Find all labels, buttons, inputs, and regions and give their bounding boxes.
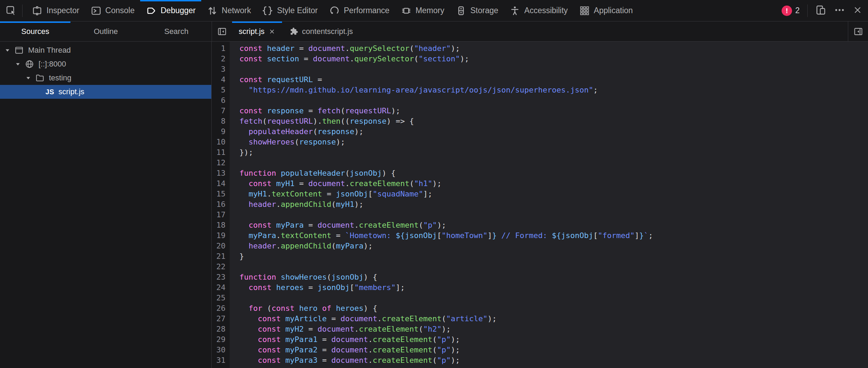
line-number[interactable]: 13 <box>212 168 225 178</box>
code-line[interactable]: myPara.textContent = `Hometown: ${jsonOb… <box>239 230 868 241</box>
line-number[interactable]: 1 <box>212 43 225 54</box>
line-number[interactable]: 30 <box>212 345 225 355</box>
twisty-expanded-icon[interactable] <box>26 76 31 81</box>
twisty-expanded-icon[interactable] <box>15 62 21 67</box>
tree-item-main-thread[interactable]: Main Thread <box>0 43 211 57</box>
line-number[interactable]: 26 <box>212 303 225 314</box>
tab-memory[interactable]: Memory <box>395 0 450 21</box>
line-number[interactable]: 14 <box>212 178 225 189</box>
pick-element-button[interactable] <box>0 0 22 21</box>
code-line[interactable]: "https://mdn.github.io/learning-area/jav… <box>239 85 868 95</box>
code-line[interactable]: const header = document.querySelector("h… <box>239 43 868 54</box>
code-line[interactable]: showHeroes(response); <box>239 137 868 147</box>
line-number[interactable]: 22 <box>212 262 225 272</box>
panel-tab-sources[interactable]: Sources <box>0 21 70 41</box>
code-line[interactable] <box>239 158 868 168</box>
responsive-design-button[interactable] <box>815 5 826 17</box>
code-line[interactable]: myH1.textContent = jsonObj["squadName"]; <box>239 189 868 199</box>
code-line[interactable]: const myPara1 = document.createElement("… <box>239 334 868 345</box>
line-number[interactable]: 24 <box>212 282 225 293</box>
line-number-gutter[interactable]: 1234567891011121314151617181920212223242… <box>212 42 230 368</box>
tab-close-icon[interactable] <box>269 28 275 35</box>
line-number[interactable]: 12 <box>212 158 225 168</box>
code-line[interactable]: const myH2 = document.createElement("h2"… <box>239 324 868 334</box>
line-number[interactable]: 18 <box>212 220 225 230</box>
line-number[interactable]: 6 <box>212 95 225 106</box>
code-line[interactable] <box>239 64 868 75</box>
line-number[interactable]: 19 <box>212 230 225 241</box>
code-line[interactable]: fetch(requestURL).then((response) => { <box>239 116 868 126</box>
tree-item-8000[interactable]: [::]:8000 <box>0 57 211 71</box>
code-line[interactable] <box>239 210 868 220</box>
code-line[interactable]: for (const hero of heroes) { <box>239 303 868 314</box>
code-line[interactable] <box>239 262 868 272</box>
line-number[interactable]: 9 <box>212 126 225 137</box>
tab-inspector[interactable]: Inspector <box>26 0 85 21</box>
line-number[interactable]: 28 <box>212 324 225 334</box>
code-line[interactable]: function populateHeader(jsonObj) { <box>239 168 868 178</box>
panel-tab-outline[interactable]: Outline <box>70 21 141 41</box>
line-number[interactable]: 10 <box>212 137 225 147</box>
code-line[interactable]: header.appendChild(myH1); <box>239 199 868 210</box>
code-line[interactable]: const section = document.querySelector("… <box>239 54 868 64</box>
code-line[interactable]: const requestURL = <box>239 75 868 85</box>
line-number[interactable]: 11 <box>212 147 225 158</box>
code-line[interactable]: } <box>239 251 868 262</box>
devtools-menu-button[interactable] <box>834 5 845 17</box>
source-tab-script-js[interactable]: script.js <box>232 21 282 41</box>
tab-application[interactable]: Application <box>573 0 639 21</box>
source-tab-contentscript-js[interactable]: contentscript.js <box>282 21 360 41</box>
collapse-sources-pane-button[interactable] <box>212 21 232 41</box>
line-number[interactable]: 7 <box>212 106 225 116</box>
code-line[interactable]: const myArticle = document.createElement… <box>239 314 868 324</box>
line-number[interactable]: 16 <box>212 199 225 210</box>
code-line[interactable]: const myPara = document.createElement("p… <box>239 220 868 230</box>
code-pane[interactable]: const header = document.querySelector("h… <box>230 42 868 368</box>
expand-panes-button[interactable] <box>848 21 868 41</box>
line-number[interactable]: 3 <box>212 64 225 75</box>
tree-item-testing[interactable]: testing <box>0 71 211 85</box>
line-number[interactable]: 5 <box>212 85 225 95</box>
code-line[interactable]: const myPara3 = document.createElement("… <box>239 355 868 366</box>
code-line[interactable] <box>239 293 868 303</box>
code-token: myH1 <box>276 179 295 188</box>
twisty-expanded-icon[interactable] <box>5 48 10 53</box>
code-line[interactable]: populateHeader(response); <box>239 126 868 137</box>
code-line[interactable]: const response = fetch(requestURL); <box>239 106 868 116</box>
panel-tab-search[interactable]: Search <box>141 21 212 41</box>
line-number[interactable]: 17 <box>212 210 225 220</box>
code-line[interactable] <box>239 95 868 106</box>
tab-storage[interactable]: Storage <box>450 0 504 21</box>
code-token: ); <box>432 179 442 188</box>
tab-console[interactable]: Console <box>85 0 140 21</box>
code-line[interactable]: const myPara2 = document.createElement("… <box>239 345 868 355</box>
responsive-design-icon <box>815 5 826 16</box>
line-number[interactable]: 27 <box>212 314 225 324</box>
code-token: createElement <box>373 356 432 365</box>
line-number[interactable]: 15 <box>212 189 225 199</box>
tab-accessibility[interactable]: Accessibility <box>504 0 573 21</box>
code-line[interactable]: const myH1 = document.createElement("h1"… <box>239 178 868 189</box>
line-number[interactable]: 4 <box>212 75 225 85</box>
tab-network[interactable]: Network <box>201 0 256 21</box>
line-number[interactable]: 8 <box>212 116 225 126</box>
line-number[interactable]: 29 <box>212 334 225 345</box>
close-devtools-button[interactable] <box>853 5 862 16</box>
code-token: populateHeader <box>249 127 313 136</box>
tab-styleeditor[interactable]: Style Editor <box>256 0 323 21</box>
line-number[interactable]: 23 <box>212 272 225 282</box>
line-number[interactable]: 20 <box>212 241 225 251</box>
code-line[interactable]: function showHeroes(jsonObj) { <box>239 272 868 282</box>
line-number[interactable]: 31 <box>212 355 225 366</box>
line-number[interactable]: 2 <box>212 54 225 64</box>
tab-performance[interactable]: Performance <box>323 0 395 21</box>
line-number[interactable]: 25 <box>212 293 225 303</box>
tree-item-script-js[interactable]: JSscript.js <box>0 85 211 99</box>
code-line[interactable]: }); <box>239 147 868 158</box>
code-line[interactable]: header.appendChild(myPara); <box>239 241 868 251</box>
code-line[interactable]: const heroes = jsonObj["members"]; <box>239 282 868 293</box>
code-token: ) { <box>364 273 377 281</box>
line-number[interactable]: 21 <box>212 251 225 262</box>
tab-debugger[interactable]: Debugger <box>140 0 201 21</box>
error-count-badge[interactable]: ! 2 <box>782 6 800 16</box>
